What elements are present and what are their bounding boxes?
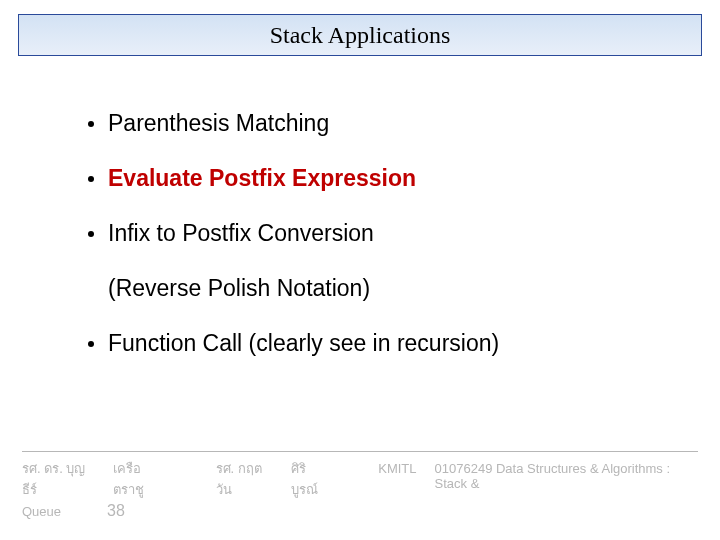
- bullet-4-text: Function Call (clearly see in recursion): [108, 330, 499, 357]
- footer-course: 01076249 Data Structures & Algorithms : …: [435, 461, 698, 491]
- footer-author1b: เครือตราชู: [113, 458, 168, 500]
- bullet-dot-icon: [88, 121, 94, 127]
- bullet-3-sub: (Reverse Polish Notation): [108, 275, 680, 302]
- footer-course2: Queue: [22, 504, 61, 519]
- footer-row-2: Queue 38: [22, 502, 698, 520]
- bullet-2: Evaluate Postfix Expression: [88, 165, 680, 192]
- bullet-3: Infix to Postfix Conversion: [88, 220, 680, 247]
- footer-institution: KMITL: [378, 461, 416, 476]
- footer: รศ. ดร. บุญธีร์ เครือตราชู รศ. กฤตวัน ศิ…: [22, 451, 698, 520]
- bullet-4: Function Call (clearly see in recursion): [88, 330, 680, 357]
- bullet-3-text: Infix to Postfix Conversion: [108, 220, 374, 247]
- footer-author1: รศ. ดร. บุญธีร์: [22, 458, 95, 500]
- bullet-dot-icon: [88, 176, 94, 182]
- bullet-1-text: Parenthesis Matching: [108, 110, 329, 137]
- content-area: Parenthesis Matching Evaluate Postfix Ex…: [88, 110, 680, 357]
- footer-author2: รศ. กฤตวัน: [216, 458, 274, 500]
- title-box: Stack Applications: [18, 14, 702, 56]
- slide: Stack Applications Parenthesis Matching …: [0, 0, 720, 540]
- footer-row-1: รศ. ดร. บุญธีร์ เครือตราชู รศ. กฤตวัน ศิ…: [22, 458, 698, 500]
- bullet-2-text: Evaluate Postfix Expression: [108, 165, 416, 192]
- bullet-1: Parenthesis Matching: [88, 110, 680, 137]
- footer-author2b: ศิริบูรณ์: [291, 458, 330, 500]
- slide-title: Stack Applications: [270, 22, 451, 49]
- bullet-dot-icon: [88, 341, 94, 347]
- bullet-dot-icon: [88, 231, 94, 237]
- page-number: 38: [107, 502, 125, 520]
- footer-rule: [22, 451, 698, 452]
